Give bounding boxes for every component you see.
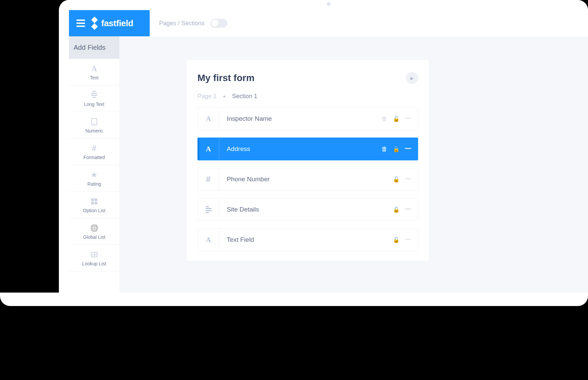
text-icon: A (198, 229, 219, 251)
form-field-row[interactable]: Phone Number (197, 168, 418, 191)
text-icon: A (198, 138, 219, 160)
laptop-base (0, 293, 588, 306)
field-type-long-text[interactable]: Long Text (69, 85, 119, 112)
webcam-dot (327, 2, 331, 6)
lock-icon[interactable] (393, 146, 400, 153)
page-crumb[interactable]: Page 1 (197, 93, 217, 100)
field-type-label: Global List (83, 234, 105, 240)
crumb-separator (223, 96, 225, 98)
form-card: My first form Page 1 Section 1 A Inspect… (187, 60, 429, 261)
field-label: Site Details (219, 198, 386, 221)
field-label: Inspector Name (219, 108, 375, 130)
sidebar: Add Fields A Text Long Text Numeric Form… (69, 36, 119, 293)
sidebar-header: Add Fields (69, 36, 119, 59)
form-field-row[interactable]: Site Details (197, 198, 418, 221)
unlock-icon[interactable] (393, 176, 400, 183)
delete-icon[interactable] (381, 115, 388, 122)
hash-icon (198, 168, 219, 190)
grid-icon (91, 197, 97, 206)
main-area: My first form Page 1 Section 1 A Inspect… (119, 36, 588, 293)
field-label: Address (219, 138, 375, 160)
form-field-row[interactable]: A Address (197, 138, 418, 160)
form-title: My first form (197, 73, 255, 83)
text-icon: A (198, 108, 219, 130)
field-label: Text Field (219, 229, 386, 251)
field-type-formatted[interactable]: Formatted (69, 139, 119, 165)
long-text-icon (198, 198, 219, 221)
text-icon: A (91, 64, 97, 73)
field-type-label: Text (90, 75, 99, 80)
field-type-text[interactable]: A Text (69, 59, 119, 85)
table-icon (91, 250, 98, 259)
logic-icon[interactable] (405, 176, 411, 183)
unlock-icon[interactable] (393, 206, 400, 213)
logic-icon[interactable] (405, 115, 411, 122)
delete-icon[interactable] (381, 146, 388, 153)
top-bar: fastfield Pages / Sections (69, 10, 588, 36)
brand-name: fastfield (101, 18, 133, 29)
preview-button[interactable] (406, 72, 418, 84)
field-type-option-list[interactable]: Option List (69, 192, 119, 218)
section-crumb[interactable]: Section 1 (232, 93, 257, 100)
brand-block: fastfield (69, 10, 150, 36)
field-type-lookup-list[interactable]: Lookup List (69, 245, 119, 271)
breadcrumb: Page 1 Section 1 (187, 93, 429, 107)
field-type-numeric[interactable]: Numeric (69, 112, 119, 139)
field-type-label: Lookup List (82, 261, 106, 266)
field-type-label: Long Text (84, 102, 104, 107)
logic-icon[interactable] (405, 146, 411, 153)
fields-list: A Inspector Name A Address (187, 107, 429, 258)
logic-icon[interactable] (405, 206, 411, 213)
field-type-global-list[interactable]: Global List (69, 218, 119, 245)
unlock-icon[interactable] (393, 236, 400, 243)
brand-logo: fastfield (90, 18, 133, 29)
pages-sections-label: Pages / Sections (159, 20, 205, 27)
brand-mark-icon (89, 17, 100, 29)
star-icon (90, 170, 98, 179)
field-type-rating[interactable]: Rating (69, 165, 119, 192)
unlock-icon[interactable] (393, 115, 400, 122)
pages-sections-toggle[interactable] (211, 19, 227, 28)
form-field-row[interactable]: A Inspector Name (197, 107, 418, 130)
long-text-icon (91, 91, 97, 100)
logic-icon[interactable] (405, 236, 411, 243)
field-type-label: Formatted (83, 155, 105, 160)
field-label: Phone Number (219, 168, 386, 190)
numeric-icon (91, 117, 97, 126)
hash-icon (92, 144, 96, 153)
form-field-row[interactable]: A Text Field (197, 228, 418, 251)
menu-button[interactable] (76, 20, 85, 27)
field-type-label: Rating (87, 181, 101, 187)
field-type-label: Option List (83, 208, 106, 213)
globe-icon (90, 224, 99, 232)
field-type-label: Numeric (85, 128, 103, 134)
